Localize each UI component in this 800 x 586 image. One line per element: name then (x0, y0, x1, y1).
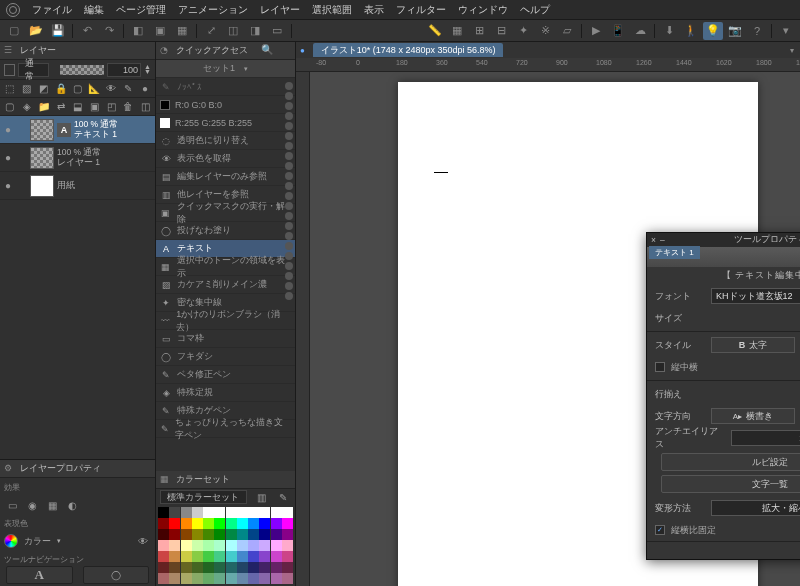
chevron-down-icon[interactable]: ▾ (790, 46, 794, 55)
erase-icon[interactable]: ◧ (128, 22, 148, 40)
two-pane-icon[interactable]: ◫ (137, 99, 153, 114)
apply-mask-icon[interactable]: ◰ (103, 99, 119, 114)
swatch[interactable] (271, 551, 282, 562)
snap-special-icon[interactable]: ✦ (513, 22, 533, 40)
qa-item[interactable]: ◯フキダシ (156, 348, 295, 366)
swatch[interactable] (282, 518, 293, 529)
swatch[interactable] (181, 507, 192, 518)
swatch[interactable] (158, 518, 169, 529)
visibility-icon[interactable]: ● (2, 152, 14, 163)
ruler-icon[interactable]: 📏 (425, 22, 445, 40)
edit-set-icon[interactable]: ✎ (275, 490, 291, 505)
swatch[interactable] (214, 507, 225, 518)
opacity-slider[interactable] (60, 65, 104, 75)
menu-item[interactable]: ファイル (32, 3, 72, 17)
grid-icon[interactable]: ▦ (447, 22, 467, 40)
balloon-tool-button[interactable]: ◯ (83, 566, 150, 584)
swatch[interactable] (214, 573, 225, 584)
swatch[interactable] (226, 529, 237, 540)
qa-item[interactable]: 〰1かけのリボンブラシ（消去） (156, 312, 295, 330)
timeline-icon[interactable]: ▶ (586, 22, 606, 40)
qa-item[interactable]: 👁表示色を取得 (156, 150, 295, 168)
palette-icon[interactable] (4, 64, 15, 76)
qa-item[interactable]: ✎ﾉｯﾍﾟｽ (156, 78, 295, 96)
lock-none-icon[interactable]: ⬚ (2, 81, 18, 96)
ref-layer-icon[interactable]: 👁 (103, 81, 119, 96)
swatch[interactable] (282, 507, 293, 518)
ruby-button[interactable]: ルビ設定 (661, 453, 800, 471)
cloud-icon[interactable]: ☁ (630, 22, 650, 40)
swatch[interactable] (181, 573, 192, 584)
antialias-select[interactable]: オフ▲▼ (731, 430, 800, 446)
tool-property-panel[interactable]: ×– ツールプロパティ テキスト 1 AA 【 テキスト編集中 】 フォント K… (646, 232, 800, 560)
swatch[interactable] (271, 507, 282, 518)
layer-row[interactable]: ● 100 % 通常レイヤー 1 (0, 144, 155, 172)
swatch[interactable] (214, 518, 225, 529)
redo-icon[interactable]: ↷ (99, 22, 119, 40)
file-open-icon[interactable]: 📂 (26, 22, 46, 40)
panel-title-bar[interactable]: ×– ツールプロパティ (647, 233, 800, 247)
swatch[interactable] (248, 507, 259, 518)
text-tool-button[interactable]: A (6, 566, 73, 584)
menu-item[interactable]: 選択範囲 (312, 3, 352, 17)
help-icon[interactable]: ? (747, 22, 767, 40)
document-tab[interactable]: イラスト10* (1748 x 2480px 350dpi 56.8%) (313, 43, 504, 57)
transfer-icon[interactable]: ⇄ (53, 99, 69, 114)
swatch[interactable] (214, 540, 225, 551)
font-select[interactable]: KHドット道玄坂12▲▼ (711, 288, 800, 304)
hint-icon[interactable]: 💡 (703, 22, 723, 40)
menu-item[interactable]: ヘルプ (520, 3, 550, 17)
bold-button[interactable]: B太字 (711, 337, 795, 353)
size-toggle-icon[interactable]: ▥ (253, 490, 269, 505)
menu-item[interactable]: フィルター (396, 3, 446, 17)
qa-item[interactable]: ✎ベタ修正ペン (156, 366, 295, 384)
swatch[interactable] (248, 562, 259, 573)
fx-color-icon[interactable]: ◐ (64, 498, 80, 513)
swatch[interactable] (226, 540, 237, 551)
swatch[interactable] (158, 540, 169, 551)
swatch[interactable] (237, 540, 248, 551)
swatch[interactable] (237, 529, 248, 540)
swatch[interactable] (158, 551, 169, 562)
lock-alpha-icon[interactable]: ▨ (19, 81, 35, 96)
menu-item[interactable]: 表示 (364, 3, 384, 17)
menu-item[interactable]: 編集 (84, 3, 104, 17)
spinner-icon[interactable]: ▲▼ (144, 65, 151, 73)
snap-ruler-icon[interactable]: ⊟ (491, 22, 511, 40)
swatch[interactable] (282, 529, 293, 540)
swatch[interactable] (237, 507, 248, 518)
swatch[interactable] (248, 573, 259, 584)
figure-icon[interactable]: 🚶 (681, 22, 701, 40)
swatch[interactable] (271, 518, 282, 529)
qa-item[interactable]: ▦選択中のトーンの領域を表示 (156, 258, 295, 276)
swatch[interactable] (203, 551, 214, 562)
aspect-lock-checkbox[interactable]: ✓ (655, 525, 665, 535)
qa-item[interactable]: ▣クイックマスクの実行・解除 (156, 204, 295, 222)
new-vector-icon[interactable]: ◈ (19, 99, 35, 114)
swatch[interactable] (248, 518, 259, 529)
swatch[interactable] (226, 562, 237, 573)
snap-basic-icon[interactable]: ※ (535, 22, 555, 40)
menu-item[interactable]: レイヤー (260, 3, 300, 17)
swatch[interactable] (248, 551, 259, 562)
menu-item[interactable]: アニメーション (178, 3, 248, 17)
chevron-down-icon[interactable]: ▾ (57, 537, 61, 545)
swatch[interactable] (282, 573, 293, 584)
layer-row[interactable]: ● A 100 % 通常テキスト 1 (0, 116, 155, 144)
visibility-icon[interactable]: ● (2, 180, 14, 191)
scale-icon[interactable]: ⤢ (201, 22, 221, 40)
file-new-icon[interactable]: ▢ (4, 22, 24, 40)
mask-create-icon[interactable]: ▣ (86, 99, 102, 114)
swatch[interactable] (282, 562, 293, 573)
fx-glow-icon[interactable]: ◉ (24, 498, 40, 513)
lock-pixel-icon[interactable]: ◩ (36, 81, 52, 96)
swatch[interactable] (282, 540, 293, 551)
file-save-icon[interactable]: 💾 (48, 22, 68, 40)
qa-item[interactable]: ✎ちょっぴりえっちな描き文字ペン (156, 420, 295, 438)
swatch[interactable] (259, 529, 270, 540)
swatch[interactable] (214, 529, 225, 540)
draft-icon[interactable]: ✎ (120, 81, 136, 96)
undo-icon[interactable]: ↶ (77, 22, 97, 40)
qa-item[interactable]: ◌透明色に切り替え (156, 132, 295, 150)
swatch[interactable] (158, 573, 169, 584)
